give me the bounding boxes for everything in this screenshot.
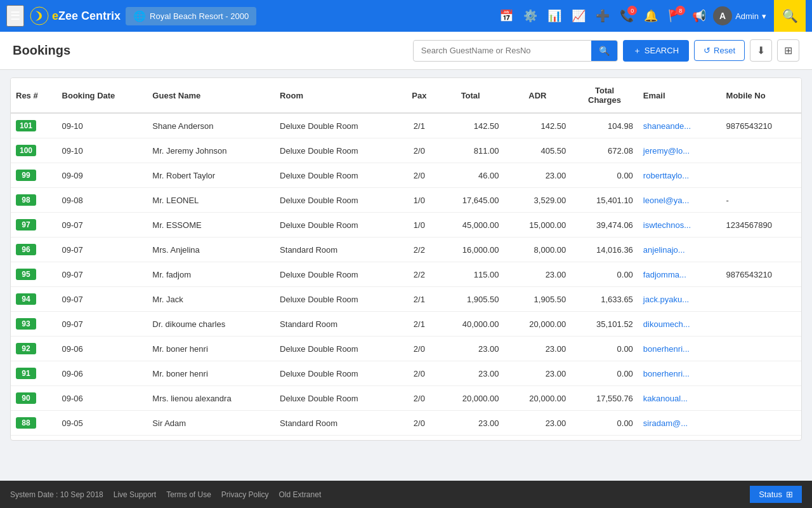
guest-name-cell: Mrs. lienou alexandra xyxy=(147,386,275,411)
property-name: Royal Beach Resort - 2000 xyxy=(150,11,249,21)
guest-name-cell: Mr. boner henri xyxy=(147,361,275,386)
property-selector[interactable]: 🌐 Royal Beach Resort - 2000 xyxy=(126,7,256,25)
reports-icon-btn[interactable]: 📊 xyxy=(544,6,565,26)
table-row[interactable]: 87 09-05 Ms. Julie Standard Room 2/0 0.0… xyxy=(11,436,801,441)
adr-cell: 3,529.00 xyxy=(504,188,572,213)
megaphone-icon-btn[interactable]: 📢 xyxy=(689,6,709,26)
guest-name-cell: Mr. boner henri xyxy=(147,337,275,361)
col-guest-name: Guest Name xyxy=(147,78,275,113)
mobile-cell xyxy=(721,411,801,436)
table-row[interactable]: 93 09-07 Dr. dikoume charles Standard Ro… xyxy=(11,312,801,337)
search-input-btn[interactable]: 🔍 xyxy=(591,41,617,61)
global-search-btn[interactable]: 🔍 xyxy=(774,0,806,32)
pax-cell: 1/0 xyxy=(402,188,437,213)
table-row[interactable]: 92 09-06 Mr. boner henri Deluxe Double R… xyxy=(11,337,801,361)
booking-date-cell: 09-06 xyxy=(57,361,148,386)
total-cell: 23.00 xyxy=(437,337,504,361)
table-row[interactable]: 90 09-06 Mrs. lienou alexandra Deluxe Do… xyxy=(11,386,801,411)
guest-name-cell: Ms. Julie xyxy=(147,436,275,441)
email-cell: kakanoual... xyxy=(638,386,721,411)
booking-date-cell: 09-07 xyxy=(57,262,148,287)
table-row[interactable]: 98 09-08 Mr. LEONEL Deluxe Double Room 1… xyxy=(11,188,801,213)
calendar-icon-btn[interactable]: 📅 xyxy=(496,6,516,26)
table-row[interactable]: 95 09-07 Mr. fadjom Deluxe Double Room 2… xyxy=(11,262,801,287)
adr-cell: 142.50 xyxy=(504,113,572,138)
booking-date-cell: 09-07 xyxy=(57,213,148,237)
search-button[interactable]: ＋ SEARCH xyxy=(623,40,689,62)
pax-cell: 2/0 xyxy=(402,138,437,163)
room-cell: Deluxe Double Room xyxy=(275,262,402,287)
mobile-cell xyxy=(721,312,801,337)
flag-icon-btn[interactable]: 🚩 8 xyxy=(665,6,685,26)
total-cell: 811.00 xyxy=(437,138,504,163)
charges-cell: 17,550.76 xyxy=(571,386,638,411)
booking-date-cell: 09-08 xyxy=(57,188,148,213)
pax-cell: 2/0 xyxy=(402,337,437,361)
search-icon: 🔍 xyxy=(782,8,798,23)
res-badge: 99 xyxy=(16,170,36,181)
res-cell: 101 xyxy=(11,113,57,138)
brand-icon xyxy=(29,6,49,26)
total-cell: 1,905.50 xyxy=(437,287,504,312)
table-row[interactable]: 97 09-07 Mr. ESSOME Deluxe Double Room 1… xyxy=(11,213,801,237)
reset-button[interactable]: ↺ Reset xyxy=(694,40,745,61)
table-row[interactable]: 88 09-05 Sir Adam Standard Room 2/0 23.0… xyxy=(11,411,801,436)
total-cell: 23.00 xyxy=(437,361,504,386)
table-row[interactable]: 99 09-09 Mr. Robert Taylor Deluxe Double… xyxy=(11,163,801,188)
total-cell: 20,000.00 xyxy=(437,386,504,411)
stats-icon-btn[interactable]: 📈 xyxy=(568,6,589,26)
booking-date-cell: 09-07 xyxy=(57,287,148,312)
res-cell: 98 xyxy=(11,188,57,213)
search-input-icon: 🔍 xyxy=(599,46,610,56)
brand-name-text: eZee Centrix xyxy=(52,10,121,23)
pax-cell: 2/0 xyxy=(402,361,437,386)
room-cell: Standard Room xyxy=(275,237,402,262)
download-button[interactable]: ⬇ xyxy=(750,39,772,62)
res-badge: 91 xyxy=(16,368,36,379)
add-booking-button[interactable]: ⊞ xyxy=(777,39,799,62)
room-cell: Deluxe Double Room xyxy=(275,361,402,386)
res-cell: 92 xyxy=(11,337,57,361)
mobile-cell xyxy=(721,361,801,386)
tools-icon-btn[interactable]: ⚙️ xyxy=(520,6,540,26)
adr-cell: 1,905.50 xyxy=(504,287,572,312)
admin-menu-btn[interactable]: A Admin ▾ xyxy=(713,6,766,25)
table-row[interactable]: 101 09-10 Shane Anderson Deluxe Double R… xyxy=(11,113,801,138)
table-scroll-area[interactable]: Res # Booking Date Guest Name Room Pax T… xyxy=(11,78,801,440)
charges-cell: 0.00 xyxy=(571,337,638,361)
total-cell: 40,000.00 xyxy=(437,312,504,337)
guest-name-cell: Shane Anderson xyxy=(147,113,275,138)
bookings-toolbar: Bookings 🔍 ＋ SEARCH ↺ Reset ⬇ ⊞ xyxy=(0,32,812,70)
room-cell: Standard Room xyxy=(275,411,402,436)
stats-icon: 📈 xyxy=(572,9,586,23)
res-cell: 93 xyxy=(11,312,57,337)
table-row[interactable]: 94 09-07 Mr. Jack Deluxe Double Room 2/1… xyxy=(11,287,801,312)
phone-icon-btn[interactable]: 📞 0 xyxy=(617,6,637,26)
table-row[interactable]: 96 09-07 Mrs. Anjelina Standard Room 2/2… xyxy=(11,237,801,262)
adr-cell: 23.00 xyxy=(504,262,572,287)
mobile-cell xyxy=(721,287,801,312)
email-cell: julie@gmai... xyxy=(638,436,721,441)
bell-icon-btn[interactable]: 🔔 xyxy=(641,6,661,26)
charges-cell: 104.98 xyxy=(571,113,638,138)
res-badge: 96 xyxy=(16,244,36,255)
email-cell: shaneande... xyxy=(638,113,721,138)
hamburger-menu[interactable]: ☰ xyxy=(6,5,24,27)
pax-cell: 2/1 xyxy=(402,113,437,138)
res-cell: 91 xyxy=(11,361,57,386)
table-row[interactable]: 100 09-10 Mr. Jeremy Johnson Deluxe Doub… xyxy=(11,138,801,163)
adr-cell: 23.00 xyxy=(504,361,572,386)
globe-icon: 🌐 xyxy=(133,10,146,22)
room-cell: Standard Room xyxy=(275,312,402,337)
adr-cell: 8,000.00 xyxy=(504,237,572,262)
admin-avatar: A xyxy=(713,6,732,25)
search-input[interactable] xyxy=(414,41,591,60)
pax-cell: 2/2 xyxy=(402,262,437,287)
pax-cell: 2/0 xyxy=(402,386,437,411)
pax-cell: 2/0 xyxy=(402,411,437,436)
pax-cell: 1/0 xyxy=(402,213,437,237)
room-cell: Deluxe Double Room xyxy=(275,337,402,361)
table-row[interactable]: 91 09-06 Mr. boner henri Deluxe Double R… xyxy=(11,361,801,386)
room-cell: Deluxe Double Room xyxy=(275,163,402,188)
add-icon-btn[interactable]: ➕ xyxy=(593,6,613,26)
